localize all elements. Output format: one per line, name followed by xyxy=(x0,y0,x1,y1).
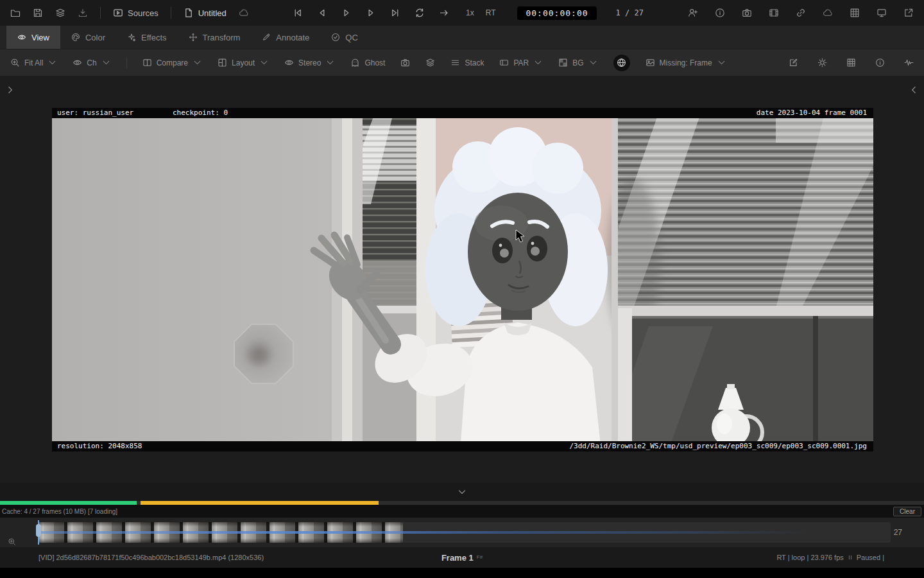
step-back-icon xyxy=(317,8,327,18)
tab-transform[interactable]: Transform xyxy=(178,26,252,49)
cloud-sync-button[interactable] xyxy=(239,8,249,18)
timeline-zoom-button[interactable] xyxy=(8,538,16,546)
layout-icon xyxy=(218,58,227,67)
play-icon xyxy=(366,8,376,18)
link-button[interactable] xyxy=(796,8,806,18)
sources-button[interactable]: Sources xyxy=(113,8,158,18)
tab-view[interactable]: View xyxy=(6,26,60,49)
chevron-left-icon xyxy=(909,85,919,95)
tab-label: Transform xyxy=(203,33,241,42)
split-view-icon xyxy=(142,58,152,67)
app-window: Sources Untitled 1x RT 00:00:00:00 1 xyxy=(0,0,924,578)
annotate-edit-button[interactable] xyxy=(789,58,798,67)
tab-annotate[interactable]: Annotate xyxy=(251,26,320,49)
pop-out-button[interactable] xyxy=(903,8,914,18)
mode-tabbar: View Color Effects Transform Annotate QC xyxy=(0,26,924,49)
folder-icon xyxy=(10,8,21,18)
info-button[interactable] xyxy=(715,8,725,18)
save-session-button[interactable] xyxy=(33,8,43,18)
zoom-in-icon xyxy=(10,58,20,67)
play-direction-button[interactable] xyxy=(439,8,449,18)
channel-dropdown[interactable]: Ch xyxy=(73,58,110,67)
snapshot-frame-button[interactable] xyxy=(400,58,410,67)
grid-view-button[interactable] xyxy=(850,8,860,18)
burnin-user: user: russian_user xyxy=(57,108,133,118)
cloud-icon xyxy=(823,8,833,18)
collaborate-button[interactable] xyxy=(688,8,698,18)
snapshot-button[interactable] xyxy=(742,8,752,18)
session-name: Untitled xyxy=(198,8,227,18)
viewer-canvas[interactable]: user: russian_user checkpoint: 0 date 20… xyxy=(52,108,873,451)
play-icon xyxy=(341,8,352,18)
cloud-button[interactable] xyxy=(823,8,833,18)
stereo-label: Stereo xyxy=(298,58,321,67)
par-label: PAR xyxy=(513,58,529,67)
open-folder-button[interactable] xyxy=(10,8,21,18)
chevron-down-icon xyxy=(101,58,111,67)
presentation-button[interactable] xyxy=(877,8,887,18)
pause-icon xyxy=(847,554,853,561)
cache-status-label: Cache: 4 / 27 frames (10 MB) [7 loading] xyxy=(2,508,117,515)
burnin-resolution: resolution: 2048x858 xyxy=(57,441,142,451)
speed-indicator[interactable]: 1x xyxy=(466,8,474,17)
tab-color[interactable]: Color xyxy=(60,26,116,49)
realtime-indicator[interactable]: RT xyxy=(486,8,496,17)
media-info-label: [VID] 2d56d82687b78171f50c496bab002bc18d… xyxy=(38,554,264,561)
tab-effects[interactable]: Effects xyxy=(116,26,178,49)
image-icon xyxy=(646,58,655,67)
link-icon xyxy=(796,8,806,18)
document-icon xyxy=(184,8,194,18)
timeline-collapse-button[interactable] xyxy=(457,487,467,497)
timeline-collapse-band xyxy=(0,483,924,501)
ghost-label: Ghost xyxy=(364,58,385,67)
tab-qc[interactable]: QC xyxy=(320,26,369,49)
par-dropdown[interactable]: PAR xyxy=(499,58,543,67)
scopes-button[interactable] xyxy=(904,58,914,67)
separator xyxy=(100,7,101,19)
left-panel-toggle[interactable] xyxy=(5,85,15,95)
ocio-globe-button[interactable] xyxy=(613,55,630,71)
play-backward-button[interactable] xyxy=(341,8,352,18)
chevron-down-icon xyxy=(325,58,335,67)
layer-stack-button[interactable] xyxy=(425,58,435,67)
layout-dropdown[interactable]: Layout xyxy=(218,58,269,67)
ghost-toggle[interactable]: Ghost xyxy=(350,58,385,67)
pixel-grid-button[interactable] xyxy=(846,58,856,67)
skip-to-start-button[interactable] xyxy=(293,8,303,18)
fit-all-dropdown[interactable]: Fit All xyxy=(10,58,57,67)
right-panel-toggle[interactable] xyxy=(909,85,919,95)
ghost-icon xyxy=(350,58,360,67)
compare-dropdown[interactable]: Compare xyxy=(142,58,202,67)
palette-icon xyxy=(71,33,80,42)
metadata-button[interactable] xyxy=(875,58,885,67)
layout-label: Layout xyxy=(232,58,255,67)
grid-icon xyxy=(850,8,860,18)
step-back-button[interactable] xyxy=(317,8,327,18)
download-button[interactable] xyxy=(78,8,88,18)
cache-clear-button[interactable]: Clear xyxy=(893,507,921,516)
titlebar: Sources Untitled 1x RT 00:00:00:00 1 xyxy=(0,0,924,26)
playlist-button[interactable] xyxy=(55,8,65,18)
bg-dropdown[interactable]: BG xyxy=(558,58,597,67)
chevron-down-icon xyxy=(193,58,202,67)
timeline-filmstrip[interactable] xyxy=(37,522,891,543)
view-toolbar: Fit All Ch Compare Layout Stereo Ghost S… xyxy=(0,49,924,76)
stack-toggle[interactable]: Stack xyxy=(450,58,484,67)
layers-icon xyxy=(55,8,65,18)
stereo-dropdown[interactable]: Stereo xyxy=(284,58,335,67)
session-tab[interactable]: Untitled xyxy=(184,8,227,18)
skip-to-start-icon xyxy=(293,8,303,18)
loop-mode-button[interactable] xyxy=(415,8,425,18)
cache-progress-strip xyxy=(0,501,924,505)
exposure-button[interactable] xyxy=(817,58,827,67)
arrow-right-icon xyxy=(439,8,449,18)
play-button[interactable] xyxy=(366,8,376,18)
media-browser-button[interactable] xyxy=(769,8,779,18)
sun-icon xyxy=(817,58,827,67)
skip-to-end-button[interactable] xyxy=(390,8,400,18)
separator xyxy=(126,57,127,69)
playhead[interactable] xyxy=(36,520,42,545)
missing-frame-dropdown[interactable]: Missing: Frame xyxy=(646,58,726,67)
monitor-icon xyxy=(877,8,887,18)
pen-icon xyxy=(262,33,271,42)
